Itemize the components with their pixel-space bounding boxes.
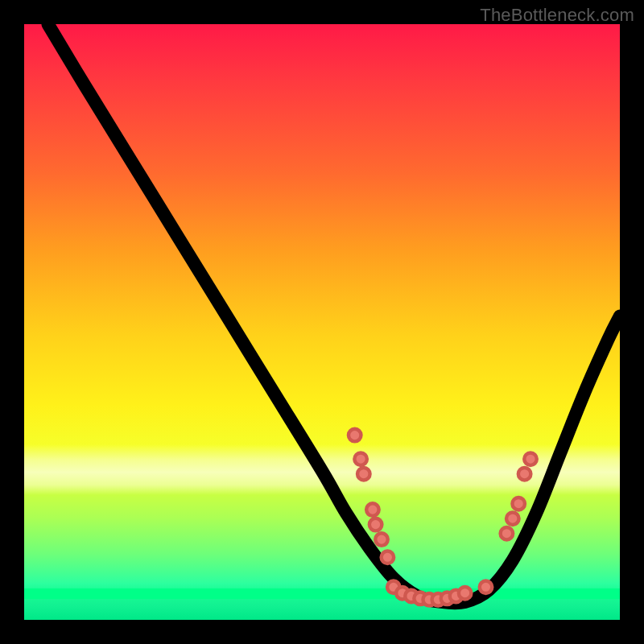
data-dot — [506, 512, 519, 525]
data-dot — [512, 497, 525, 510]
attribution-text: TheBottleneck.com — [480, 5, 634, 26]
data-dot — [382, 551, 394, 564]
plot-area — [24, 24, 620, 620]
data-dot — [349, 429, 361, 442]
bottleneck-curve — [48, 24, 620, 603]
data-dot — [369, 518, 382, 531]
data-dot — [357, 468, 370, 481]
data-dots-group — [349, 429, 537, 606]
data-dot — [501, 527, 514, 540]
data-dot — [480, 581, 493, 594]
data-dot — [518, 468, 531, 481]
chart-stage: TheBottleneck.com — [0, 0, 644, 644]
data-dot — [459, 587, 472, 600]
data-dot — [375, 533, 388, 546]
data-dot — [366, 503, 379, 516]
data-dot — [354, 452, 367, 465]
chart-svg — [24, 24, 620, 620]
data-dot — [524, 452, 537, 465]
